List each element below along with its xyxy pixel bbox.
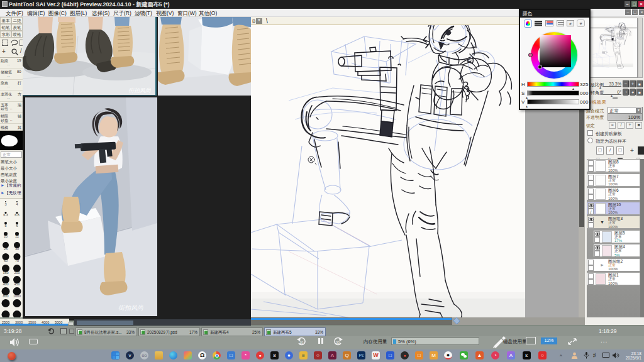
svg-text:30: 30 (336, 341, 340, 344)
svg-text:10: 10 (299, 341, 303, 344)
svg-text:街拍风尚: 街拍风尚 (128, 87, 151, 94)
svg-text:街拍风尚: 街拍风尚 (118, 304, 143, 311)
